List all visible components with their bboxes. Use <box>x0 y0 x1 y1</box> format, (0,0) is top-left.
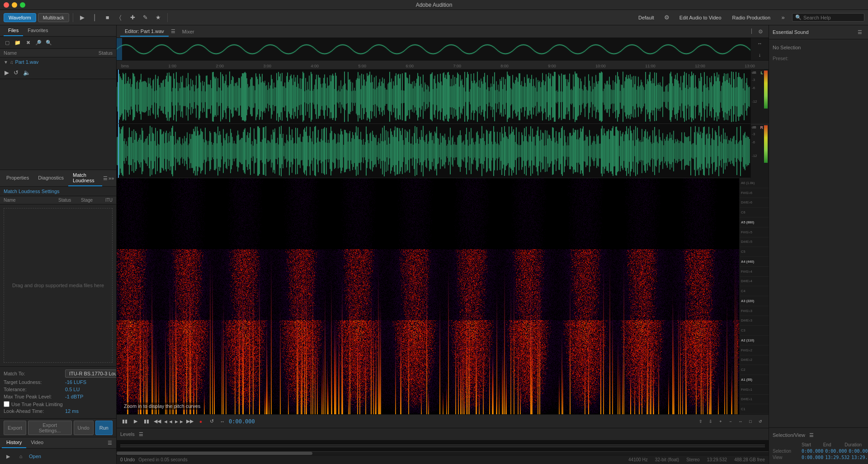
search-input[interactable] <box>803 15 858 20</box>
duration-btn[interactable]: ↔ <box>218 417 227 426</box>
pitch-A6: A6 (1.8k) <box>740 178 769 188</box>
main-toolbar: Waveform Multitrack ▶ │ ■ 〈 ✚ ✎ ★ Defaul… <box>0 10 868 25</box>
spectrogram-display[interactable]: Zoom in to display the pitch curves <box>117 178 739 414</box>
go-end-btn[interactable]: ▶▶ <box>185 417 194 426</box>
close-file-btn[interactable]: ✖ <box>24 38 33 47</box>
history-home-btn[interactable]: ⌂ <box>16 452 25 461</box>
zoom-out-time-btn[interactable]: − <box>726 417 735 426</box>
drop-area[interactable]: Drag and drop supported media files here <box>4 208 113 363</box>
ffwd-btn[interactable]: ►► <box>175 417 184 426</box>
editor-tab[interactable]: Editor: Part 1.wav <box>120 27 169 37</box>
zoom-selection-btn[interactable]: □ <box>746 417 755 426</box>
waveform-svg-left <box>117 70 750 123</box>
scrollbar-thumb[interactable] <box>117 452 312 455</box>
search-file-btn[interactable]: 🔍 <box>44 38 53 47</box>
ruler-mark-4: 4:00 <box>311 64 319 68</box>
use-true-peak-label: Use True Peak Limiting <box>11 402 63 407</box>
export-settings-btn[interactable]: Export Settings... <box>28 421 72 435</box>
mixer-tab[interactable]: Mixer <box>178 27 199 36</box>
zoom-in-amplitude-btn[interactable]: ⇧ <box>696 417 705 426</box>
tab-history[interactable]: History <box>2 437 26 448</box>
marquee-btn[interactable]: ■ <box>102 12 113 23</box>
healing-btn[interactable]: ★ <box>153 12 164 23</box>
history-prev-btn[interactable]: ▶ <box>4 452 13 461</box>
selection-tool-btn[interactable]: ▶ <box>77 12 88 23</box>
go-start-btn[interactable]: ◀◀ <box>153 417 162 426</box>
use-true-peak-checkbox[interactable] <box>4 401 9 407</box>
waveform-overview[interactable]: ↔ ↓ <box>117 38 769 61</box>
waveform-display[interactable] <box>117 70 750 178</box>
move-btn[interactable]: ✚ <box>127 12 138 23</box>
ruler-mark-5: 5:00 <box>358 64 366 68</box>
stop-btn[interactable]: ▮▮ <box>120 417 129 426</box>
maximize-button[interactable] <box>20 2 25 8</box>
tab-files[interactable]: Files <box>4 25 23 36</box>
workspace-settings-icon[interactable]: ⚙ <box>661 12 672 23</box>
panel-expand-icon[interactable]: »» <box>108 174 114 183</box>
match-loudness-settings-link[interactable]: Match Loudness Settings <box>4 189 60 194</box>
multitrack-btn[interactable]: Multitrack <box>38 13 69 22</box>
pencil-btn[interactable]: ✎ <box>140 12 151 23</box>
sv-view-end[interactable]: 13:29.532 <box>825 455 849 460</box>
new-file-btn[interactable]: ▢ <box>3 38 12 47</box>
tab-video[interactable]: Video <box>26 437 48 448</box>
match-to-select[interactable]: ITU-R BS.1770-3 Loudness Custom <box>65 369 116 378</box>
tab-match-loudness[interactable]: Match Loudness <box>68 170 102 186</box>
waveform-channel-right[interactable] <box>117 124 750 178</box>
selection-view-title: Selection/View <box>773 432 805 438</box>
zoom-in-time-btn[interactable]: + <box>716 417 725 426</box>
rewind-btn[interactable]: ◄◄ <box>164 417 173 426</box>
workspace-more-icon[interactable]: » <box>778 12 788 23</box>
export-btn[interactable]: Export <box>4 421 26 435</box>
tab-properties[interactable]: Properties <box>2 173 33 184</box>
sv-selection-end[interactable]: 0:00.000 <box>825 449 847 454</box>
volume-btn-left[interactable]: 🔈 <box>22 68 31 77</box>
razor-btn[interactable]: 〈 <box>115 12 126 23</box>
reveal-file-btn[interactable]: 🔎 <box>34 38 43 47</box>
bottom-left-panel: Properties Diagnostics Match Loudness ☰ … <box>0 170 116 464</box>
record-btn[interactable]: ● <box>196 417 205 426</box>
history-menu-icon[interactable]: ☰ <box>105 438 114 447</box>
essential-sound-menu-icon[interactable]: ☰ <box>855 28 864 37</box>
workspace-default-btn[interactable]: Default <box>635 14 658 22</box>
level-bar-left <box>764 71 768 109</box>
run-btn[interactable]: Run <box>95 421 113 435</box>
panel-menu-icon[interactable]: ☰ <box>102 174 108 183</box>
play-btn-left[interactable]: ▶ <box>4 68 10 77</box>
horizontal-scrollbar[interactable] <box>117 451 769 455</box>
open-file-btn[interactable]: 📁 <box>13 38 22 47</box>
levels-menu-icon[interactable]: ☰ <box>137 430 146 439</box>
workspace-radio-btn[interactable]: Radio Production <box>729 14 774 22</box>
sv-view-duration[interactable]: 13:29.532 <box>851 455 868 460</box>
history-item-open[interactable]: Open <box>29 454 41 459</box>
waveform-channel-left[interactable] <box>117 70 750 124</box>
editor-menu-icon[interactable]: ☰ <box>169 27 178 36</box>
sv-menu-icon[interactable]: ☰ <box>807 431 816 440</box>
zoom-reset-btn[interactable]: ↺ <box>756 417 765 426</box>
zoom-fit-btn[interactable]: ↔ <box>736 417 745 426</box>
file-item-part1[interactable]: ▼ ♫ Part 1.wav <box>0 57 116 66</box>
undo-btn[interactable]: Undo <box>74 421 94 435</box>
essential-sound-header: Essential Sound ☰ <box>769 25 868 39</box>
minimize-button[interactable] <box>12 2 17 8</box>
tab-favorites[interactable]: Favorites <box>23 25 52 36</box>
editor-fit-icon[interactable]: ⏐ <box>748 28 755 36</box>
overview-scroll-btn[interactable]: ↓ <box>755 50 764 59</box>
overview-zoom-fit-btn[interactable]: ↔ <box>755 39 764 48</box>
sv-selection-start[interactable]: 0:00.000 <box>802 449 823 454</box>
close-button[interactable] <box>4 2 9 8</box>
zoom-out-amplitude-btn[interactable]: ⇩ <box>706 417 715 426</box>
loop-btn-left[interactable]: ↺ <box>13 68 19 77</box>
r-indicator: R <box>760 125 764 130</box>
tab-diagnostics[interactable]: Diagnostics <box>33 173 68 184</box>
play-pause-btn[interactable]: ▶ <box>131 417 140 426</box>
editor-settings-icon[interactable]: ⚙ <box>756 28 765 36</box>
loop-transport-btn[interactable]: ↺ <box>207 417 216 426</box>
time-selection-btn[interactable]: │ <box>90 12 100 23</box>
waveform-btn[interactable]: Waveform <box>4 13 36 22</box>
pitch-A5: A5 (880) <box>740 218 769 227</box>
sv-view-start[interactable]: 0:00.000 <box>802 455 823 460</box>
sv-selection-duration[interactable]: 0:00.000 <box>849 449 868 454</box>
pause-btn[interactable]: ▮▮ <box>142 417 151 426</box>
workspace-edit-audio-btn[interactable]: Edit Audio to Video <box>676 14 725 22</box>
